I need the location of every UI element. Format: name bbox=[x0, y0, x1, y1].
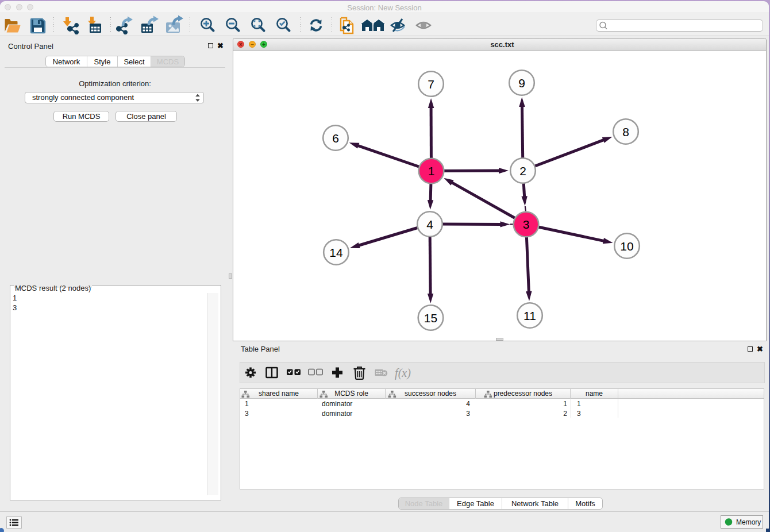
svg-text:4: 4 bbox=[426, 218, 433, 231]
svg-text:10: 10 bbox=[620, 240, 633, 253]
svg-text:8: 8 bbox=[622, 125, 629, 138]
svg-text:1: 1 bbox=[428, 164, 435, 178]
svg-text:14: 14 bbox=[329, 246, 343, 259]
svg-text:9: 9 bbox=[518, 76, 525, 90]
svg-text:11: 11 bbox=[523, 309, 536, 322]
svg-text:6: 6 bbox=[332, 132, 339, 145]
svg-text:Memory: Memory bbox=[736, 518, 761, 526]
svg-text:15: 15 bbox=[424, 311, 437, 325]
svg-text:3: 3 bbox=[523, 218, 530, 231]
svg-text:2: 2 bbox=[519, 164, 526, 178]
svg-text:f(x): f(x) bbox=[395, 367, 411, 380]
svg-text:7: 7 bbox=[428, 78, 434, 91]
